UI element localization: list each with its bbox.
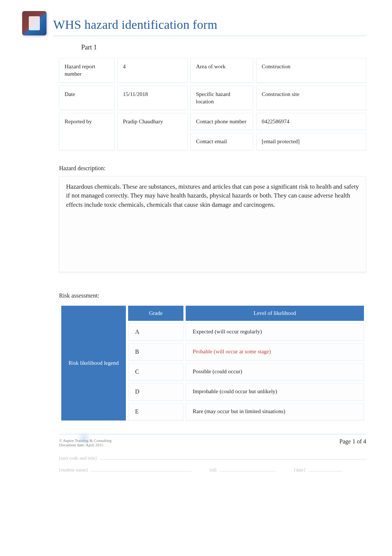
column-header-grade: Grade (128, 306, 183, 321)
dotted-line (100, 455, 366, 460)
grade-cell: C (128, 363, 183, 381)
area-of-work-label: Area of work (190, 58, 253, 83)
contact-email-value: [email protected] (256, 133, 366, 150)
risk-legend-sidelabel: Risk likelihood legend (61, 306, 126, 421)
unit-code-label: [unit code and title] (59, 455, 97, 461)
level-cell: Expected (will occur regularly) (186, 323, 364, 341)
contact-email-label: Contact email (190, 133, 253, 150)
hazard-number-value: 4 (117, 58, 188, 83)
brand-logo (22, 11, 47, 35)
column-header-level: Level of likelihood (186, 306, 364, 321)
level-cell: Improbable (could occur but unlikely) (186, 383, 364, 401)
risk-likelihood-table: Risk likelihood legend Grade Level of li… (59, 303, 366, 423)
dotted-line (309, 467, 342, 471)
table-header-row: Risk likelihood legend Grade Level of li… (61, 306, 364, 321)
date-value: 15/11/2018 (117, 86, 188, 110)
level-cell: Rare (may occur but in limited situation… (186, 403, 364, 421)
risk-assessment-heading: Risk assessment: (59, 292, 366, 299)
level-cell-highlighted: Probable (will occur at some stage) (186, 343, 364, 361)
grade-cell: E (128, 403, 183, 421)
specific-location-label: Specific hazard location (190, 86, 253, 110)
logo-icon (29, 16, 40, 30)
student-name-label: [student name] (59, 467, 88, 473)
part-heading: Part 1 (81, 44, 366, 51)
grade-cell: A (128, 323, 183, 341)
date-label: Date (59, 86, 114, 110)
title-divider (53, 35, 366, 36)
reported-by-value: Pradip Chaudhary (117, 113, 188, 150)
dotted-line (220, 467, 275, 471)
hazard-description-heading: Hazard description: (59, 165, 366, 172)
decorative-blur-icon (77, 431, 92, 446)
reported-by-label: Reported by (59, 113, 114, 150)
footer-divider (59, 434, 366, 435)
page-number: Page 1 of 4 (340, 438, 366, 447)
page-title: WHS hazard identification form (53, 18, 366, 32)
id-label: [id] (210, 467, 217, 473)
area-of-work-value: Construction (256, 58, 366, 83)
grade-cell: B (128, 343, 183, 361)
specific-location-value: Construction site (256, 86, 366, 110)
dotted-line (92, 467, 191, 471)
hazard-number-label: Hazard report number (59, 58, 114, 83)
level-cell: Possible (could occur) (186, 363, 364, 381)
footer-meta: [unit code and title] [student name] [id… (59, 455, 366, 473)
form-fields: Hazard report number 4 Area of work Cons… (59, 58, 366, 150)
grade-cell: D (128, 383, 183, 401)
date-meta-label: [date] (294, 467, 305, 473)
contact-phone-value: 0422586974 (256, 113, 366, 130)
hazard-description-text: Hazardous chemicals. These are substance… (59, 176, 366, 272)
contact-phone-label: Contact phone number (190, 113, 253, 130)
footer: © Aspire Training & Consulting Document … (59, 438, 366, 447)
document-header: WHS hazard identification form (22, 11, 366, 36)
